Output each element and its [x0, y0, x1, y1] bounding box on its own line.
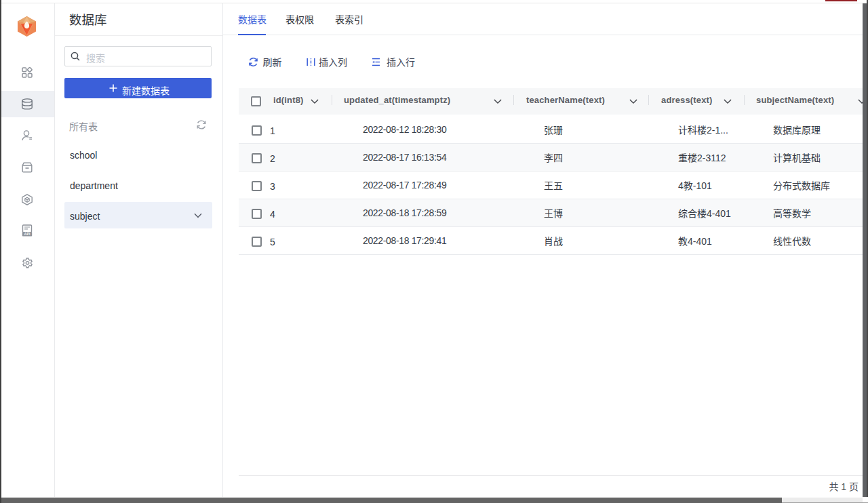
svg-text:API: API	[24, 232, 31, 236]
